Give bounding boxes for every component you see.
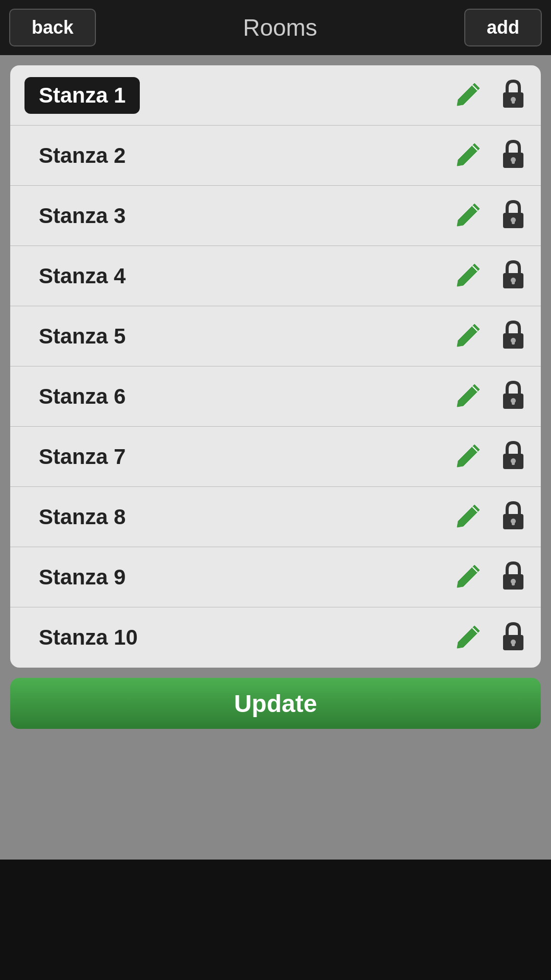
edit-room-6-button[interactable] bbox=[455, 382, 482, 410]
svg-rect-39 bbox=[512, 642, 515, 646]
pencil-icon bbox=[455, 141, 482, 168]
edit-room-4-button[interactable] bbox=[455, 262, 482, 290]
svg-rect-23 bbox=[512, 401, 515, 405]
svg-rect-27 bbox=[512, 461, 515, 465]
lock-room-10-button[interactable] bbox=[500, 622, 527, 654]
lock-icon bbox=[500, 622, 527, 652]
room-name-5: Stanza 5 bbox=[39, 324, 126, 348]
pencil-icon bbox=[455, 624, 482, 650]
lock-icon bbox=[500, 260, 527, 290]
lock-icon bbox=[500, 561, 527, 592]
room-item-9[interactable]: Stanza 9 bbox=[10, 547, 541, 607]
edit-room-5-button[interactable] bbox=[455, 322, 482, 350]
pencil-icon bbox=[455, 382, 482, 409]
bottom-space bbox=[0, 860, 551, 980]
svg-rect-31 bbox=[512, 521, 515, 525]
lock-room-5-button[interactable] bbox=[500, 320, 527, 352]
room-name-3: Stanza 3 bbox=[39, 204, 126, 228]
edit-room-3-button[interactable] bbox=[455, 202, 482, 230]
svg-rect-19 bbox=[512, 340, 515, 345]
back-button[interactable]: back bbox=[9, 9, 96, 46]
room-name-7: Stanza 7 bbox=[39, 445, 126, 469]
room-item-1[interactable]: Stanza 1 bbox=[10, 65, 541, 126]
edit-room-10-button[interactable] bbox=[455, 624, 482, 652]
pencil-icon bbox=[455, 443, 482, 469]
lock-room-3-button[interactable] bbox=[500, 200, 527, 232]
lock-icon bbox=[500, 320, 527, 351]
room-name-4: Stanza 4 bbox=[39, 264, 126, 288]
lock-room-6-button[interactable] bbox=[500, 380, 527, 412]
edit-room-9-button[interactable] bbox=[455, 563, 482, 591]
room-name-1: Stanza 1 bbox=[39, 83, 126, 107]
room-item-2[interactable]: Stanza 2 bbox=[10, 126, 541, 186]
edit-room-1-button[interactable] bbox=[455, 81, 482, 109]
lock-room-1-button[interactable] bbox=[500, 79, 527, 111]
edit-room-7-button[interactable] bbox=[455, 443, 482, 471]
pencil-icon bbox=[455, 322, 482, 349]
lock-icon bbox=[500, 380, 527, 411]
edit-room-8-button[interactable] bbox=[455, 503, 482, 531]
svg-rect-11 bbox=[512, 220, 515, 224]
lock-room-4-button[interactable] bbox=[500, 260, 527, 292]
room-item-6[interactable]: Stanza 6 bbox=[10, 366, 541, 427]
lock-icon bbox=[500, 440, 527, 471]
lock-room-2-button[interactable] bbox=[500, 139, 527, 172]
room-item-3[interactable]: Stanza 3 bbox=[10, 186, 541, 246]
lock-icon bbox=[500, 79, 527, 110]
room-item-5[interactable]: Stanza 5 bbox=[10, 306, 541, 366]
svg-rect-35 bbox=[512, 581, 515, 585]
room-item-8[interactable]: Stanza 8 bbox=[10, 487, 541, 547]
room-item-7[interactable]: Stanza 7 bbox=[10, 427, 541, 487]
svg-rect-7 bbox=[512, 160, 515, 164]
pencil-icon bbox=[455, 262, 482, 288]
room-item-10[interactable]: Stanza 10 bbox=[10, 607, 541, 668]
page-title: Rooms bbox=[243, 14, 317, 41]
room-name-6: Stanza 6 bbox=[39, 384, 126, 408]
lock-icon bbox=[500, 501, 527, 531]
pencil-icon bbox=[455, 563, 482, 590]
content-area: Stanza 1 Stanza 2 Stanza 3 Stanza 4 bbox=[0, 55, 551, 860]
svg-rect-15 bbox=[512, 280, 515, 284]
room-name-8: Stanza 8 bbox=[39, 505, 126, 529]
lock-icon bbox=[500, 200, 527, 230]
lock-icon bbox=[500, 139, 527, 170]
pencil-icon bbox=[455, 503, 482, 529]
room-name-10: Stanza 10 bbox=[39, 625, 138, 649]
lock-room-9-button[interactable] bbox=[500, 561, 527, 593]
room-name-2: Stanza 2 bbox=[39, 143, 126, 167]
update-button[interactable]: Update bbox=[10, 678, 541, 729]
edit-room-2-button[interactable] bbox=[455, 141, 482, 169]
add-button[interactable]: add bbox=[464, 9, 542, 46]
pencil-icon bbox=[455, 81, 482, 108]
pencil-icon bbox=[455, 202, 482, 228]
header: back Rooms add bbox=[0, 0, 551, 55]
lock-room-8-button[interactable] bbox=[500, 501, 527, 533]
svg-rect-3 bbox=[512, 100, 515, 104]
lock-room-7-button[interactable] bbox=[500, 440, 527, 473]
room-item-4[interactable]: Stanza 4 bbox=[10, 246, 541, 306]
rooms-list: Stanza 1 Stanza 2 Stanza 3 Stanza 4 bbox=[10, 65, 541, 668]
room-name-9: Stanza 9 bbox=[39, 565, 126, 589]
